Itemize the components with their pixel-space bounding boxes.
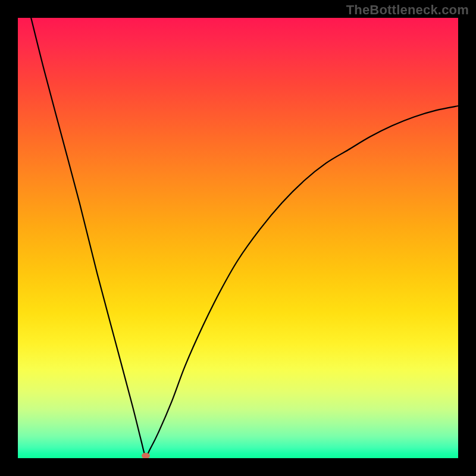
chart-frame: TheBottleneck.com <box>0 0 476 476</box>
bottleneck-curve <box>18 18 458 458</box>
plot-area <box>18 18 458 458</box>
optimal-point-marker <box>142 453 150 458</box>
watermark-text: TheBottleneck.com <box>346 2 469 18</box>
